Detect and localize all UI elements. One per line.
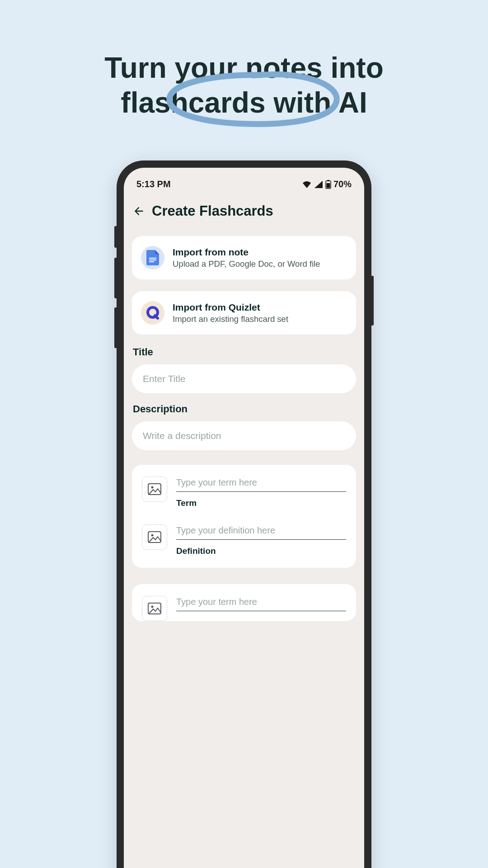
svg-rect-5 — [149, 261, 154, 262]
battery-icon — [325, 180, 331, 189]
import-from-note-card[interactable]: Import from note Upload a PDF, Google Do… — [132, 236, 356, 279]
description-label: Description — [132, 403, 356, 415]
term-row: Term — [142, 476, 346, 508]
term-image-upload[interactable] — [142, 476, 167, 502]
page-title: Create Flashcards — [152, 203, 273, 219]
back-button[interactable] — [133, 205, 145, 217]
flashcard-entry-card: Term Definition — [132, 465, 356, 568]
title-input[interactable] — [132, 364, 356, 393]
status-icons: 70% — [302, 179, 352, 189]
import-quizlet-title: Import from Quizlet — [173, 302, 347, 313]
image-icon — [148, 483, 161, 495]
definition-row: Definition — [142, 524, 346, 556]
doc-icon-wrap — [141, 246, 164, 269]
definition-image-upload[interactable] — [142, 524, 167, 550]
phone-side-button — [114, 307, 117, 348]
definition-sublabel: Definition — [176, 546, 346, 556]
arrow-left-icon — [133, 205, 145, 217]
content-area: Import from note Upload a PDF, Google Do… — [124, 226, 364, 621]
import-note-title: Import from note — [173, 247, 347, 258]
marketing-header: Turn your notes into flashcards with AI — [0, 0, 488, 119]
battery-percent: 70% — [333, 179, 352, 189]
document-icon — [146, 250, 159, 265]
term-input[interactable] — [176, 596, 346, 611]
image-icon — [148, 531, 161, 543]
description-input[interactable] — [132, 421, 356, 450]
wifi-icon — [302, 180, 312, 189]
svg-point-8 — [151, 486, 154, 489]
term-row — [142, 596, 346, 621]
marketing-headline-line1: Turn your notes into — [0, 52, 488, 84]
cellular-icon — [314, 180, 323, 189]
status-time: 5:13 PM — [136, 179, 171, 189]
status-bar: 5:13 PM 70% — [124, 168, 364, 194]
page-header: Create Flashcards — [124, 194, 364, 226]
svg-point-10 — [151, 534, 154, 537]
title-label: Title — [132, 346, 356, 358]
title-field-group: Title — [132, 346, 356, 393]
description-field-group: Description — [132, 403, 356, 450]
image-icon — [148, 603, 161, 614]
phone-side-button — [371, 276, 374, 326]
flashcard-entry-card — [132, 584, 356, 621]
phone-side-button — [114, 258, 117, 298]
import-quizlet-subtitle: Import an existing flashcard set — [173, 314, 347, 324]
svg-point-12 — [151, 606, 154, 608]
phone-side-button — [114, 226, 117, 248]
import-from-quizlet-card[interactable]: Import from Quizlet Import an existing f… — [132, 291, 356, 335]
quizlet-icon — [145, 306, 160, 320]
svg-rect-3 — [149, 258, 156, 259]
definition-input[interactable] — [176, 524, 346, 540]
term-image-upload[interactable] — [142, 596, 167, 621]
quizlet-icon-wrap — [141, 301, 164, 325]
term-input[interactable] — [176, 476, 346, 492]
import-note-subtitle: Upload a PDF, Google Doc, or Word file — [173, 259, 347, 269]
term-sublabel: Term — [176, 498, 346, 508]
marketing-headline-line2b: with AI — [273, 86, 367, 119]
phone-screen: 5:13 PM 70% Create Flashcards — [124, 168, 364, 868]
svg-rect-4 — [149, 259, 156, 260]
svg-rect-2 — [326, 183, 330, 188]
marketing-headline-line2a: flashcards — [121, 86, 273, 119]
svg-rect-1 — [327, 180, 329, 181]
phone-frame: 5:13 PM 70% Create Flashcards — [117, 160, 371, 868]
